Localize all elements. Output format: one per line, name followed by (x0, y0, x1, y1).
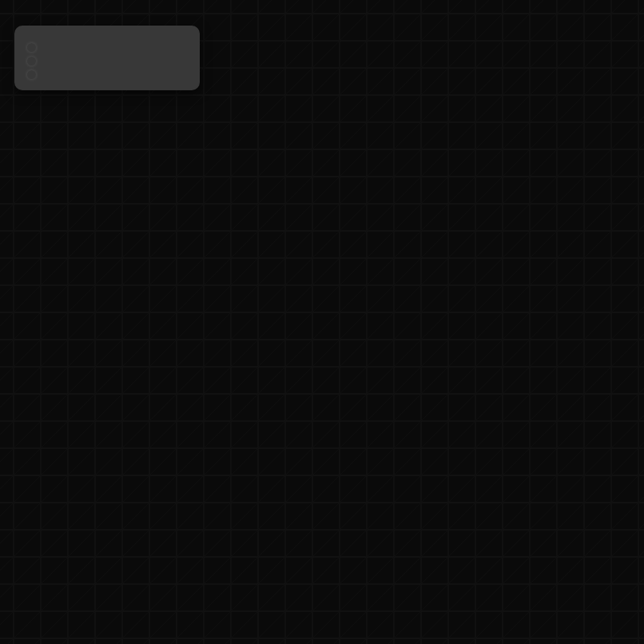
legend (14, 26, 200, 90)
map-page (0, 0, 644, 644)
map-canvas[interactable] (0, 0, 644, 644)
legend-item-weak (27, 70, 187, 79)
street-grid-texture (0, 0, 644, 644)
legend-item-strong (27, 43, 187, 52)
moderate-color-dot (27, 57, 36, 66)
weak-color-dot (27, 70, 36, 79)
strong-color-dot (27, 43, 36, 52)
legend-item-moderate (27, 57, 187, 66)
